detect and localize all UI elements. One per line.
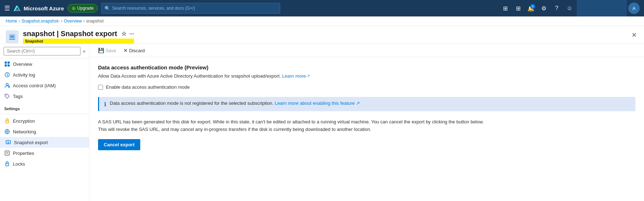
page-title-actions: ☆ ··· — [121, 30, 134, 37]
tags-icon — [4, 93, 10, 99]
svg-point-13 — [6, 83, 8, 85]
breadcrumb-current: snapshot — [86, 19, 104, 24]
resource-icon — [6, 30, 19, 43]
svg-rect-15 — [9, 87, 9, 88]
portal-menu-icon[interactable]: ⊞ — [499, 3, 511, 14]
sidebar-item-tags[interactable]: Tags — [0, 91, 89, 102]
networking-icon — [4, 129, 10, 134]
hamburger-menu-icon[interactable]: ☰ — [4, 4, 10, 12]
upgrade-icon: ⊕ — [72, 5, 76, 11]
breadcrumb-overview[interactable]: Overview — [64, 19, 82, 24]
sidebar-item-tags-label: Tags — [13, 94, 23, 99]
svg-point-16 — [6, 95, 6, 95]
sidebar-item-overview-label: Overview — [13, 62, 32, 67]
breadcrumb-resource[interactable]: Snapshot.snapshot- — [21, 19, 60, 24]
page-title-area: snapshot | Snapshot export ☆ ··· Snapsho… — [23, 30, 134, 44]
sidebar-item-locks[interactable]: Locks — [0, 158, 89, 169]
svg-rect-8 — [5, 62, 7, 64]
more-options-button[interactable]: ··· — [129, 31, 134, 37]
auth-mode-checkbox[interactable] — [98, 85, 103, 90]
section-title: Data access authentication mode (Preview… — [98, 64, 635, 70]
close-button[interactable]: ✕ — [630, 30, 638, 40]
sidebar-item-snapshot-export[interactable]: Snapshot export — [0, 137, 89, 148]
discard-icon: ✕ — [123, 48, 128, 53]
svg-point-14 — [8, 85, 10, 87]
page-header-left: snapshot | Snapshot export ☆ ··· Snapsho… — [6, 30, 134, 44]
sidebar-item-networking-label: Networking — [13, 129, 36, 134]
sidebar-item-overview[interactable]: Overview — [0, 59, 89, 69]
sidebar-item-encryption[interactable]: Encryption — [0, 116, 89, 126]
checkbox-row: Enable data access authentication mode — [98, 84, 635, 90]
sidebar-search-area: « — [0, 44, 89, 59]
breadcrumb-sep-3: › — [83, 19, 85, 24]
toolbar: 💾 Save ✕ Discard — [89, 44, 644, 57]
properties-icon — [4, 150, 10, 156]
snapshot-icon — [8, 33, 16, 41]
svg-point-18 — [7, 122, 8, 122]
cancel-export-button[interactable]: Cancel export — [98, 139, 140, 150]
favorite-button[interactable]: ☆ — [121, 30, 126, 37]
page-header: snapshot | Snapshot export ☆ ··· Snapsho… — [0, 26, 644, 44]
sidebar-divider — [0, 114, 89, 114]
snapshot-export-icon — [5, 139, 11, 145]
auth-mode-label: Enable data access authentication mode — [106, 84, 190, 90]
sidebar-search-input[interactable] — [4, 47, 80, 55]
sidebar-item-locks-label: Locks — [13, 161, 25, 167]
topbar: ☰ Microsoft Azure ⊕ Upgrade 🔍 ⊞ ⊞ 🔔 9 ⚙ … — [0, 0, 644, 16]
breadcrumb: Home › Snapshot.snapshot- › Overview › s… — [0, 16, 644, 26]
save-icon: 💾 — [98, 48, 104, 53]
sidebar-item-access-control-label: Access control (IAM) — [13, 83, 56, 88]
activity-log-icon — [4, 72, 10, 78]
search-box[interactable]: 🔍 — [101, 3, 280, 14]
section-desc: Allow Data Access with Azure Active Dire… — [98, 73, 635, 79]
locks-icon — [4, 161, 10, 167]
brand-name: Microsoft Azure — [24, 5, 64, 11]
svg-rect-21 — [5, 151, 9, 155]
sidebar-item-networking[interactable]: Networking — [0, 126, 89, 137]
sidebar-item-properties[interactable]: Properties — [0, 148, 89, 158]
search-input[interactable] — [112, 6, 277, 11]
cloud-shell-icon[interactable]: ⊞ — [512, 3, 524, 14]
breadcrumb-sep-2: › — [61, 19, 63, 24]
settings-section-header: Settings — [0, 102, 89, 112]
right-panel: 💾 Save ✕ Discard Data access authenticat… — [89, 44, 644, 201]
breadcrumb-home[interactable]: Home — [6, 19, 17, 24]
sidebar-collapse-button[interactable]: « — [83, 48, 86, 54]
user-avatar[interactable]: A — [628, 3, 640, 14]
feedback-icon[interactable]: ☺ — [564, 3, 575, 14]
info-banner: ℹ Data access authentication mode is not… — [98, 97, 635, 111]
export-description: A SAS URL has been generated for this di… — [98, 118, 492, 133]
page-title: snapshot | Snapshot export ☆ ··· — [23, 30, 134, 38]
topbar-actions: ⊞ ⊞ 🔔 9 ⚙ ? ☺ A — [499, 0, 640, 16]
sidebar-item-access-control[interactable]: Access control (IAM) — [0, 80, 89, 91]
sidebar-item-properties-label: Properties — [13, 151, 34, 156]
user-profile[interactable] — [577, 0, 627, 16]
brand-area: Microsoft Azure — [14, 5, 64, 12]
svg-rect-4 — [10, 35, 14, 38]
sidebar: « Overview Activity log Access control (… — [0, 44, 89, 201]
encryption-icon — [4, 118, 10, 124]
azure-logo-icon — [14, 5, 21, 12]
settings-icon[interactable]: ⚙ — [538, 3, 550, 14]
main-layout: « Overview Activity log Access control (… — [0, 44, 644, 201]
discard-button[interactable]: ✕ Discard — [121, 46, 148, 55]
info-ext-icon: ↗ — [356, 100, 360, 106]
sidebar-item-activity-log-label: Activity log — [13, 72, 35, 78]
resource-type-badge: Snapshot — [23, 39, 134, 44]
save-button[interactable]: 💾 Save — [95, 46, 119, 55]
sidebar-item-activity-log[interactable]: Activity log — [0, 69, 89, 80]
help-icon[interactable]: ? — [551, 3, 562, 14]
content-area: Data access authentication mode (Preview… — [89, 57, 644, 201]
overview-icon — [4, 61, 10, 67]
svg-rect-9 — [8, 62, 10, 64]
upgrade-button[interactable]: ⊕ Upgrade — [68, 4, 98, 13]
svg-rect-10 — [5, 64, 7, 67]
sidebar-item-encryption-label: Encryption — [13, 118, 35, 124]
notifications-icon[interactable]: 🔔 9 — [525, 3, 537, 14]
learn-more-link[interactable]: Learn more ↗ — [282, 73, 310, 79]
svg-rect-11 — [8, 64, 10, 67]
access-control-icon — [4, 83, 10, 88]
notification-badge: 9 — [530, 4, 535, 9]
info-banner-link[interactable]: Learn more about enabling this feature ↗ — [275, 100, 360, 106]
svg-rect-24 — [6, 163, 9, 166]
